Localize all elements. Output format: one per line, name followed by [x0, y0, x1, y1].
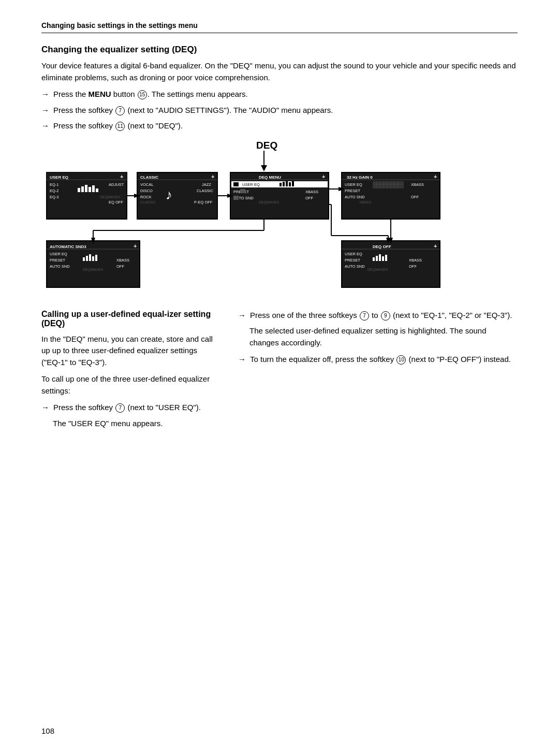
svg-rect-10	[78, 188, 80, 192]
svg-rect-79	[95, 255, 97, 261]
svg-text:USER EQ: USER EQ	[345, 182, 362, 187]
bullet-softkey7: → Press the softkey 7 (next to "AUDIO SE…	[41, 105, 518, 117]
svg-text:DEQMAXEX: DEQMAXEX	[367, 268, 388, 272]
svg-text:+: +	[120, 173, 123, 180]
svg-text:ROCK: ROCK	[140, 195, 152, 199]
circled-9-right: 9	[381, 311, 390, 321]
svg-rect-14	[92, 185, 95, 192]
svg-text:PRESET: PRESET	[345, 258, 360, 263]
svg-text:EQ OFF: EQ OFF	[109, 200, 123, 205]
page-number: 108	[41, 726, 54, 735]
bullet-softkey7-left: → Press the softkey 7 (next to "USER EQ"…	[41, 402, 217, 414]
lower-left: Calling up a user-defined equal-izer set…	[41, 310, 217, 435]
svg-text:DEQ MENU: DEQ MENU	[259, 175, 281, 180]
svg-text:OFF: OFF	[116, 264, 124, 269]
arrow-icon-left: →	[41, 402, 49, 414]
page-header: Changing basic settings in the settings …	[41, 21, 518, 33]
lower-right: → Press one of the three softkeys 7 to 9…	[238, 310, 518, 435]
body-text-left-2: To call up one of the three user-defined…	[41, 373, 217, 397]
section-deq-title: Changing the equalizer setting (DEQ)	[41, 45, 518, 55]
svg-text:XBASS: XBASS	[116, 258, 129, 263]
svg-text:XBASS: XBASS	[409, 258, 422, 263]
svg-text:XBASS: XBASS	[411, 182, 424, 187]
svg-text:+: +	[434, 173, 437, 180]
svg-rect-37	[233, 182, 239, 186]
svg-rect-91	[376, 256, 378, 261]
svg-text:USER EQ: USER EQ	[50, 252, 67, 256]
svg-rect-40	[286, 181, 288, 186]
svg-text:OFF: OFF	[411, 195, 419, 199]
lower-section: Calling up a user-defined equal-izer set…	[41, 310, 518, 435]
svg-text:EQ-3: EQ-3	[50, 195, 59, 199]
arrow-icon-3: →	[41, 120, 49, 132]
svg-text:PRESET: PRESET	[345, 188, 360, 193]
svg-text:P-EQ OFF: P-EQ OFF	[194, 200, 213, 205]
svg-text:PRESET: PRESET	[50, 258, 65, 263]
svg-text:OFF: OFF	[305, 196, 313, 200]
bullet-softkey11: → Press the softkey 11 (next to "DEQ").	[41, 120, 518, 132]
arrow-icon: →	[41, 89, 49, 100]
svg-marker-1	[261, 165, 267, 171]
svg-rect-49	[233, 196, 239, 200]
screen-auto-snd: AUTOMATIC SND3 + USER EQ PRESET XBASS AU…	[47, 241, 140, 287]
header-title: Changing basic settings in the settings …	[41, 21, 198, 30]
svg-text:AUTO SND: AUTO SND	[345, 264, 365, 269]
circled-7-left: 7	[115, 403, 125, 413]
svg-text:EQ-1: EQ-1	[50, 182, 59, 187]
svg-rect-13	[89, 187, 91, 192]
circled-15: 15	[138, 90, 147, 99]
svg-rect-76	[86, 256, 88, 261]
svg-text:CLASSIC: CLASSIC	[140, 175, 158, 180]
svg-rect-94	[385, 255, 387, 261]
svg-text:ADJUST: ADJUST	[109, 182, 124, 187]
svg-text:32 Hz GAIN 0: 32 Hz GAIN 0	[347, 175, 373, 180]
svg-rect-75	[83, 257, 85, 261]
screen-hz-gain: 32 Hz GAIN 0 + USER EQ XBASS PRESET AUTO…	[342, 172, 440, 219]
arrow-icon-right: →	[238, 310, 246, 322]
bullet-softkey7-text: Press the softkey 7 (next to "AUDIO SETT…	[53, 105, 518, 117]
svg-rect-42	[292, 181, 294, 186]
svg-rect-39	[283, 182, 285, 186]
deq-label: DEQ	[256, 140, 277, 151]
arrow-icon-eq-off: →	[238, 354, 246, 366]
svg-text:+: +	[211, 173, 214, 180]
svg-text:CLASSIC: CLASSIC	[197, 188, 214, 193]
svg-text:+: +	[434, 243, 437, 249]
subsection-title-left: Calling up a user-defined equal-izer set…	[41, 310, 217, 328]
circled-7-right: 7	[360, 311, 369, 321]
svg-rect-92	[379, 254, 381, 261]
svg-rect-15	[96, 188, 98, 192]
svg-text:EQ-2: EQ-2	[50, 188, 59, 193]
svg-text:DEQMAXEX: DEQMAXEX	[100, 195, 121, 199]
svg-rect-78	[92, 256, 94, 261]
section-deq: Changing the equalizer setting (DEQ) You…	[41, 45, 518, 132]
screen-deq-menu: DEQ MENU + USER EQ PRESET XBASS AUTO SND…	[230, 172, 329, 219]
bullet-eq-off: → To turn the equalizer off, press the s…	[238, 354, 518, 366]
screen-deq-off: DEQ OFF + USER EQ PRESET XBASS AUTO SND …	[342, 241, 440, 287]
svg-text:DISCO: DISCO	[140, 188, 153, 193]
svg-text:VOCAL: VOCAL	[140, 182, 153, 187]
subsection-title-text: Calling up a user-defined equal-izer set…	[41, 310, 211, 328]
svg-rect-77	[89, 254, 91, 261]
body-text-left-1: In the "DEQ" menu, you can create, store…	[41, 333, 217, 369]
svg-text:♪: ♪	[166, 187, 172, 202]
bullet-menu: → Press the MENU button 15. The settings…	[41, 89, 518, 100]
svg-rect-41	[289, 182, 291, 186]
svg-rect-90	[373, 257, 375, 261]
circled-10: 10	[396, 355, 406, 365]
svg-text:+: +	[134, 243, 137, 249]
note-right: The selected user-defined equalizer sett…	[249, 325, 518, 348]
deq-diagram-svg: DEQ USER EQ + EQ-1 ADJUST EQ-2 EQ-3 DEQM…	[41, 137, 518, 298]
section-deq-body: Your device features a digital 6-band eq…	[41, 60, 518, 83]
bullet-softkeys-right: → Press one of the three softkeys 7 to 9…	[238, 310, 518, 322]
svg-rect-55	[373, 181, 404, 188]
svg-rect-44	[240, 189, 245, 193]
svg-rect-93	[382, 256, 384, 261]
circled-11: 11	[115, 122, 125, 131]
bullet-menu-text: Press the MENU button 15. The settings m…	[53, 89, 518, 100]
svg-text:XBASS: XBASS	[359, 200, 372, 204]
screen-classic: CLASSIC + VOCAL JAZZ DISCO ♪ CLASSIC ROC…	[137, 172, 217, 219]
user-eq-note: The "USER EQ" menu appears.	[53, 418, 217, 430]
svg-rect-12	[85, 185, 87, 192]
svg-text:OFF: OFF	[409, 264, 417, 269]
